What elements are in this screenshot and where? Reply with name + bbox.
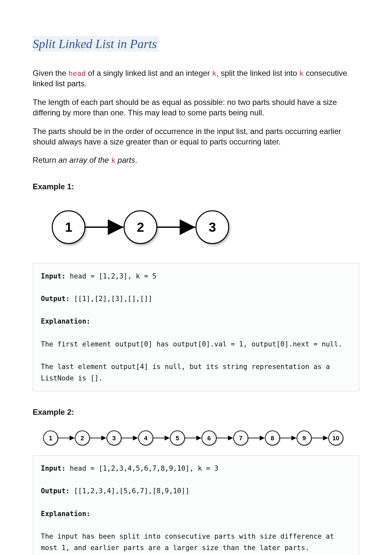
example-1-codebox: Input: head = [1,2,3], k = 5 Output: [[1… (33, 263, 359, 391)
output-value: [[1],[2],[3],[],[]] (70, 295, 153, 303)
keyword-k: k (111, 156, 115, 164)
paragraph-4: Return an array of the k parts. (33, 155, 359, 165)
node: 10 (329, 431, 343, 445)
node: 3 (107, 431, 121, 445)
example-2-codebox: Input: head = [1,2,3,4,5,6,7,8,9,10], k … (33, 455, 359, 555)
text: Given the (33, 69, 68, 77)
keyword-k: k (299, 69, 303, 77)
page-title: Split Linked List in Parts (33, 36, 159, 52)
example-2-diagram: 1 2 3 4 5 6 7 8 9 10 (33, 427, 359, 449)
node: 7 (234, 431, 248, 445)
node-label: 2 (81, 435, 84, 442)
node-label: 5 (176, 435, 179, 442)
text: . (135, 156, 137, 164)
node: 1 (43, 431, 58, 445)
example-1-heading: Example 1: (33, 182, 359, 191)
node-label: 4 (144, 435, 148, 442)
input-value: head = [1,2,3], k = 5 (66, 272, 156, 280)
node-label: 2 (137, 220, 144, 234)
example-2-heading: Example 2: (33, 408, 359, 417)
text-italic: parts (115, 156, 135, 164)
node-label: 3 (112, 435, 116, 442)
text-italic: an array of the (58, 156, 111, 164)
document-page: Split Linked List in Parts Given the hea… (0, 0, 392, 555)
text: , split the linked list into (217, 69, 299, 77)
linked-list-diagram-1: 1 2 3 (33, 201, 261, 253)
node: 2 (75, 431, 90, 445)
explanation-line: The first element output[0] has output[0… (41, 340, 342, 348)
node-label: 1 (65, 220, 72, 234)
paragraph-1: Given the head of a singly linked list a… (33, 68, 359, 89)
example-1-diagram: 1 2 3 (33, 201, 359, 253)
output-label: Output: (41, 295, 70, 303)
node-label: 1 (49, 435, 53, 442)
explanation-label: Explanation: (41, 510, 90, 518)
node-label: 8 (271, 435, 274, 442)
text: Return (33, 156, 58, 164)
node: 8 (265, 431, 280, 445)
input-value: head = [1,2,3,4,5,6,7,8,9,10], k = 3 (66, 464, 219, 472)
input-label: Input: (41, 464, 66, 472)
node-label: 6 (207, 435, 211, 442)
paragraph-2: The length of each part should be as equ… (33, 97, 359, 118)
node-label: 7 (239, 435, 243, 442)
keyword-head: head (68, 69, 86, 77)
node-label: 9 (302, 435, 306, 442)
input-label: Input: (41, 272, 66, 280)
output-value: [[1,2,3,4],[5,6,7],[8,9,10]] (70, 487, 190, 495)
keyword-k: k (212, 69, 216, 77)
node: 9 (297, 431, 311, 445)
node-label: 3 (209, 220, 216, 234)
output-label: Output: (41, 487, 70, 495)
text: of a singly linked list and an integer (86, 69, 212, 77)
node-label: 10 (332, 435, 339, 442)
paragraph-3: The parts should be in the order of occu… (33, 126, 359, 147)
node: 5 (170, 431, 185, 445)
node: 4 (139, 431, 153, 445)
explanation-line: The last element output[4] is null, but … (41, 363, 334, 382)
linked-list-diagram-2: 1 2 3 4 5 6 7 8 9 10 (33, 427, 359, 449)
explanation-label: Explanation: (41, 317, 90, 325)
explanation-line: The input has been split into consecutiv… (41, 532, 338, 552)
node: 6 (202, 431, 216, 445)
